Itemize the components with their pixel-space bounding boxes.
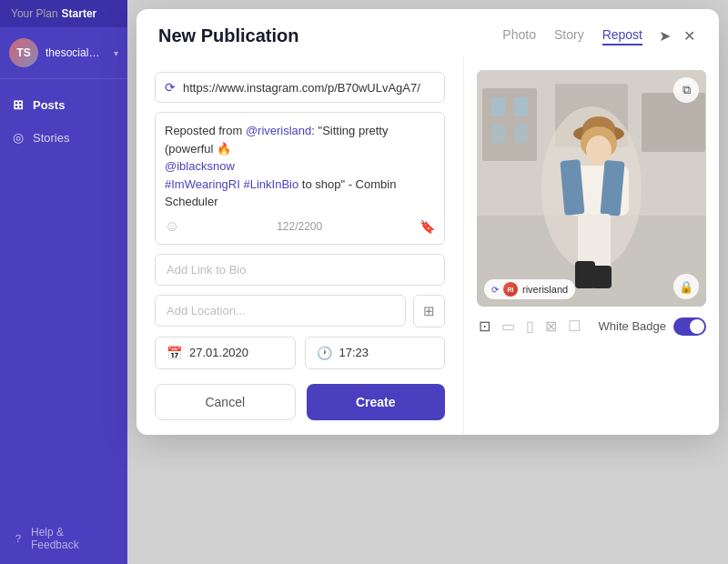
modal-header: New Publication Photo Story Repost ➤ ✕ bbox=[136, 9, 719, 57]
image-lock-button[interactable]: 🔒 bbox=[673, 274, 699, 299]
datetime-row: 📅 27.01.2020 🕐 17:23 bbox=[155, 337, 445, 369]
send-icon: ➤ bbox=[659, 28, 671, 44]
white-badge-toggle[interactable] bbox=[673, 317, 706, 336]
modal-left-panel: ⟳ https://www.instagram.com/p/B70wULvAgA… bbox=[136, 57, 464, 435]
modal-title: New Publication bbox=[158, 25, 502, 46]
svg-rect-17 bbox=[578, 214, 594, 268]
fashion-photo-svg bbox=[477, 70, 706, 307]
image-layout-icon-4[interactable]: ⊠ bbox=[543, 316, 559, 337]
svg-rect-7 bbox=[491, 125, 505, 143]
help-icon: ？ bbox=[13, 531, 24, 547]
clock-icon: 🕐 bbox=[317, 346, 332, 360]
image-layout-icon-3[interactable]: ▯ bbox=[524, 316, 536, 337]
repost-account-name: riverisland bbox=[522, 284, 568, 295]
plan-bar: Your Plan Starter bbox=[0, 0, 127, 27]
tab-repost[interactable]: Repost bbox=[602, 27, 642, 45]
new-publication-modal: New Publication Photo Story Repost ➤ ✕ bbox=[136, 9, 719, 435]
image-layout-icon-2[interactable]: ▭ bbox=[500, 316, 517, 337]
location-placeholder: Add Location... bbox=[167, 304, 246, 317]
modal-footer-buttons: Cancel Create bbox=[155, 378, 445, 420]
image-copy-button[interactable]: ⧉ bbox=[673, 77, 699, 103]
account-name: thesocialmedi... bbox=[46, 46, 106, 59]
svg-rect-8 bbox=[514, 125, 528, 143]
plan-name: Starter bbox=[62, 7, 97, 20]
link-bio-input[interactable]: Add Link to Bio bbox=[155, 254, 445, 286]
repost-badge: ⟳ RI riverisland bbox=[484, 279, 575, 299]
preview-image-bg bbox=[477, 70, 706, 307]
time-input[interactable]: 🕐 17:23 bbox=[305, 337, 446, 369]
modal-body: ⟳ https://www.instagram.com/p/B70wULvAgA… bbox=[136, 57, 719, 435]
close-icon: ✕ bbox=[683, 28, 695, 44]
caption-area[interactable]: Reposted from @riverisland: "Sitting pre… bbox=[155, 112, 445, 245]
url-input-row[interactable]: ⟳ https://www.instagram.com/p/B70wULvAgA… bbox=[155, 72, 445, 103]
posts-icon: ⊞ bbox=[13, 97, 24, 112]
caption-text: Reposted from @riverisland: "Sitting pre… bbox=[165, 122, 435, 211]
svg-rect-5 bbox=[491, 97, 505, 116]
time-value: 17:23 bbox=[339, 346, 369, 359]
sidebar-item-posts[interactable]: ⊞ Posts bbox=[0, 88, 127, 121]
svg-rect-18 bbox=[594, 214, 611, 268]
avatar: TS bbox=[9, 38, 38, 67]
emoji-icon[interactable]: ☺ bbox=[165, 218, 179, 235]
image-layout-icon-5[interactable]: ☐ bbox=[566, 316, 582, 337]
sidebar-item-stories[interactable]: ◎ Stories bbox=[0, 121, 127, 154]
repost-account-initials: RI bbox=[508, 287, 514, 293]
copy-icon: ⧉ bbox=[682, 83, 691, 97]
date-input[interactable]: 📅 27.01.2020 bbox=[155, 337, 296, 369]
modal-actions: ➤ ✕ bbox=[657, 25, 697, 46]
svg-rect-4 bbox=[642, 93, 705, 152]
url-text: https://www.instagram.com/p/B70wULvAgA7/ bbox=[183, 81, 435, 95]
caption-footer: ☺ 122/2200 🔖 bbox=[165, 218, 435, 235]
close-button[interactable]: ✕ bbox=[682, 25, 697, 46]
lock-icon: 🔒 bbox=[679, 280, 693, 294]
white-badge-label: White Badge bbox=[599, 319, 666, 333]
location-map-button[interactable]: ⊞ bbox=[413, 295, 445, 327]
date-value: 27.01.2020 bbox=[189, 346, 248, 359]
sidebar-item-label: Posts bbox=[33, 98, 65, 112]
plan-label: Your Plan bbox=[11, 7, 58, 20]
send-button[interactable]: ➤ bbox=[657, 25, 672, 46]
sidebar-item-label: Stories bbox=[33, 131, 69, 145]
chevron-down-icon: ▾ bbox=[114, 48, 118, 58]
sidebar-nav: ⊞ Posts ◎ Stories bbox=[0, 79, 127, 513]
toggle-knob bbox=[690, 319, 704, 334]
image-controls: ⊡ ▭ ▯ ⊠ ☐ White Badge bbox=[477, 316, 706, 337]
stories-icon: ◎ bbox=[13, 130, 24, 145]
repost-arrows-icon: ⟳ bbox=[491, 285, 499, 295]
svg-rect-2 bbox=[482, 88, 537, 161]
help-feedback-button[interactable]: ？ Help & Feedback bbox=[0, 513, 127, 564]
tab-photo[interactable]: Photo bbox=[502, 27, 536, 45]
sidebar: Your Plan Starter TS thesocialmedi... ▾ … bbox=[0, 0, 127, 564]
calendar-icon: 📅 bbox=[167, 346, 182, 360]
location-input[interactable]: Add Location... bbox=[155, 295, 406, 327]
repost-icon: ⟳ bbox=[165, 80, 176, 95]
image-layout-icon-1[interactable]: ⊡ bbox=[477, 316, 492, 337]
link-bio-placeholder: Add Link to Bio bbox=[167, 263, 246, 277]
cancel-button[interactable]: Cancel bbox=[155, 384, 296, 420]
svg-rect-6 bbox=[514, 97, 528, 116]
bookmark-icon[interactable]: 🔖 bbox=[420, 219, 435, 234]
modal-overlay: New Publication Photo Story Repost ➤ ✕ bbox=[127, 0, 728, 564]
map-icon: ⊞ bbox=[423, 303, 435, 318]
char-count: 122/2200 bbox=[277, 220, 322, 233]
account-selector[interactable]: TS thesocialmedi... ▾ bbox=[0, 27, 127, 79]
modal-right-panel: ⧉ 🔒 ⟳ RI riverisland bbox=[464, 57, 719, 435]
modal-tabs: Photo Story Repost bbox=[502, 27, 642, 45]
main-content: New Publication Photo Story Repost ➤ ✕ bbox=[127, 0, 728, 564]
location-row: Add Location... ⊞ bbox=[155, 295, 445, 327]
white-badge-control: White Badge bbox=[599, 317, 706, 336]
repost-account-avatar: RI bbox=[503, 282, 518, 297]
svg-point-13 bbox=[586, 136, 612, 165]
svg-rect-20 bbox=[592, 266, 612, 288]
image-preview: ⧉ 🔒 ⟳ RI riverisland bbox=[477, 70, 706, 307]
create-button[interactable]: Create bbox=[307, 384, 446, 420]
tab-story[interactable]: Story bbox=[554, 27, 584, 45]
